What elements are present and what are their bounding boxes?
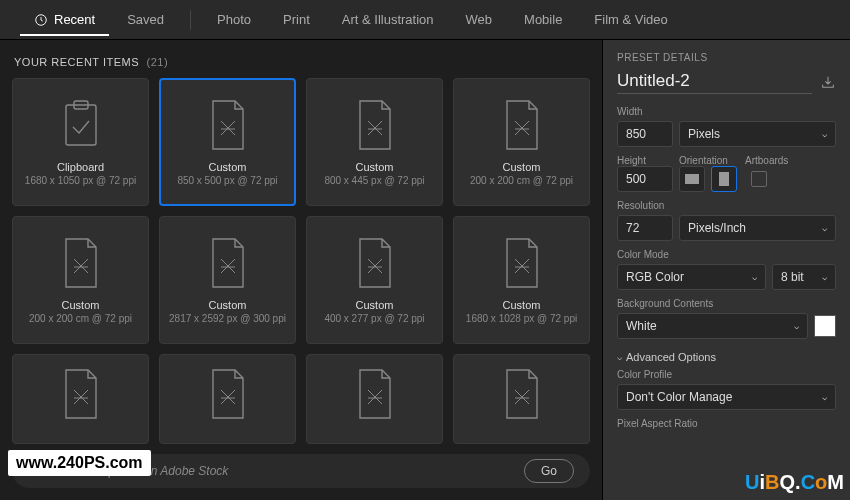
card-subtitle: 800 x 445 px @ 72 ppi — [324, 175, 424, 186]
preset-card[interactable]: Custom850 x 500 px @ 72 ppi — [159, 78, 296, 206]
select-value: RGB Color — [626, 270, 684, 284]
chevron-down-icon: ⌵ — [822, 392, 827, 402]
preset-card[interactable] — [306, 354, 443, 444]
height-label: Height — [617, 155, 673, 166]
watermark-uibq: UiBQ.CoM — [745, 471, 844, 494]
svg-rect-1 — [66, 105, 96, 145]
document-name-input[interactable]: Untitled-2 — [617, 71, 812, 94]
height-input[interactable] — [617, 166, 673, 192]
par-label: Pixel Aspect Ratio — [617, 418, 836, 429]
width-unit-select[interactable]: Pixels⌵ — [679, 121, 836, 147]
artboards-label: Artboards — [745, 155, 788, 166]
tab-label: Web — [466, 12, 493, 27]
select-value: Pixels/Inch — [688, 221, 746, 235]
card-subtitle: 850 x 500 px @ 72 ppi — [177, 175, 277, 186]
tab-label: Print — [283, 12, 310, 27]
colormode-select[interactable]: RGB Color⌵ — [617, 264, 766, 290]
tab-label: Film & Video — [594, 12, 667, 27]
chevron-down-icon: ⌵ — [794, 321, 799, 331]
bg-color-swatch[interactable] — [814, 315, 836, 337]
card-title: Custom — [503, 299, 541, 311]
advanced-options-toggle[interactable]: ⌵Advanced Options — [617, 351, 836, 363]
tab-recent[interactable]: Recent — [20, 4, 109, 35]
preset-grid-row3 — [12, 354, 590, 444]
section-title: YOUR RECENT ITEMS — [14, 56, 139, 68]
tab-photo[interactable]: Photo — [203, 4, 265, 35]
watermark-240ps: www.240PS.com — [8, 450, 151, 476]
preset-card[interactable]: Custom1680 x 1028 px @ 72 ppi — [453, 216, 590, 344]
card-subtitle: 1680 x 1050 px @ 72 ppi — [25, 175, 136, 186]
preset-card[interactable]: Custom2817 x 2592 px @ 300 ppi — [159, 216, 296, 344]
card-title: Custom — [356, 299, 394, 311]
bg-label: Background Contents — [617, 298, 836, 309]
card-title: Custom — [356, 161, 394, 173]
tab-label: Art & Illustration — [342, 12, 434, 27]
resolution-label: Resolution — [617, 200, 836, 211]
color-profile-select[interactable]: Don't Color Manage⌵ — [617, 384, 836, 410]
orientation-landscape-button[interactable] — [679, 166, 705, 192]
card-subtitle: 2817 x 2592 px @ 300 ppi — [169, 313, 286, 324]
preset-details-panel: PRESET DETAILS Untitled-2 Width Pixels⌵ … — [602, 40, 850, 500]
tab-print[interactable]: Print — [269, 4, 324, 35]
card-subtitle: 200 x 200 cm @ 72 ppi — [29, 313, 132, 324]
width-label: Width — [617, 106, 836, 117]
bitdepth-select[interactable]: 8 bit⌵ — [772, 264, 836, 290]
chevron-down-icon: ⌵ — [822, 129, 827, 139]
tab-art[interactable]: Art & Illustration — [328, 4, 448, 35]
preset-card[interactable]: Custom200 x 200 cm @ 72 ppi — [453, 78, 590, 206]
save-preset-icon[interactable] — [820, 75, 836, 91]
section-header: YOUR RECENT ITEMS (21) — [12, 52, 590, 78]
chevron-down-icon: ⌵ — [752, 272, 757, 282]
preset-card[interactable]: Custom200 x 200 cm @ 72 ppi — [12, 216, 149, 344]
preset-card[interactable] — [12, 354, 149, 444]
preset-grid: Clipboard1680 x 1050 px @ 72 ppiCustom85… — [12, 78, 590, 344]
preset-card[interactable]: Clipboard1680 x 1050 px @ 72 ppi — [12, 78, 149, 206]
card-title: Custom — [503, 161, 541, 173]
orientation-portrait-button[interactable] — [711, 166, 737, 192]
separator — [190, 10, 191, 30]
category-tabs: Recent Saved Photo Print Art & Illustrat… — [0, 0, 850, 40]
resolution-input[interactable] — [617, 215, 673, 241]
card-title: Custom — [209, 299, 247, 311]
bg-select[interactable]: White⌵ — [617, 313, 808, 339]
tab-label: Saved — [127, 12, 164, 27]
card-title: Custom — [62, 299, 100, 311]
clock-icon — [34, 13, 48, 27]
select-value: Pixels — [688, 127, 720, 141]
select-value: 8 bit — [781, 270, 804, 284]
chevron-down-icon: ⌵ — [822, 272, 827, 282]
tab-web[interactable]: Web — [452, 4, 507, 35]
card-subtitle: 1680 x 1028 px @ 72 ppi — [466, 313, 577, 324]
preset-card[interactable] — [453, 354, 590, 444]
chevron-down-icon: ⌵ — [617, 352, 622, 362]
advanced-label: Advanced Options — [626, 351, 716, 363]
tab-label: Recent — [54, 12, 95, 27]
colormode-label: Color Mode — [617, 249, 836, 260]
tab-saved[interactable]: Saved — [113, 4, 178, 35]
card-title: Clipboard — [57, 161, 104, 173]
orientation-label: Orientation — [679, 155, 739, 166]
tab-mobile[interactable]: Mobile — [510, 4, 576, 35]
chevron-down-icon: ⌵ — [822, 223, 827, 233]
tab-label: Photo — [217, 12, 251, 27]
presets-area: YOUR RECENT ITEMS (21) Clipboard1680 x 1… — [0, 40, 602, 500]
section-count: (21) — [147, 56, 169, 68]
preset-card[interactable]: Custom400 x 277 px @ 72 ppi — [306, 216, 443, 344]
card-subtitle: 400 x 277 px @ 72 ppi — [324, 313, 424, 324]
resolution-unit-select[interactable]: Pixels/Inch⌵ — [679, 215, 836, 241]
tab-label: Mobile — [524, 12, 562, 27]
select-value: Don't Color Manage — [626, 390, 732, 404]
artboards-checkbox[interactable] — [751, 171, 767, 187]
preset-card[interactable] — [159, 354, 296, 444]
tab-film[interactable]: Film & Video — [580, 4, 681, 35]
preset-card[interactable]: Custom800 x 445 px @ 72 ppi — [306, 78, 443, 206]
card-subtitle: 200 x 200 cm @ 72 ppi — [470, 175, 573, 186]
go-button[interactable]: Go — [524, 459, 574, 483]
select-value: White — [626, 319, 657, 333]
color-profile-label: Color Profile — [617, 369, 836, 380]
card-title: Custom — [209, 161, 247, 173]
width-input[interactable] — [617, 121, 673, 147]
panel-header: PRESET DETAILS — [617, 52, 836, 63]
